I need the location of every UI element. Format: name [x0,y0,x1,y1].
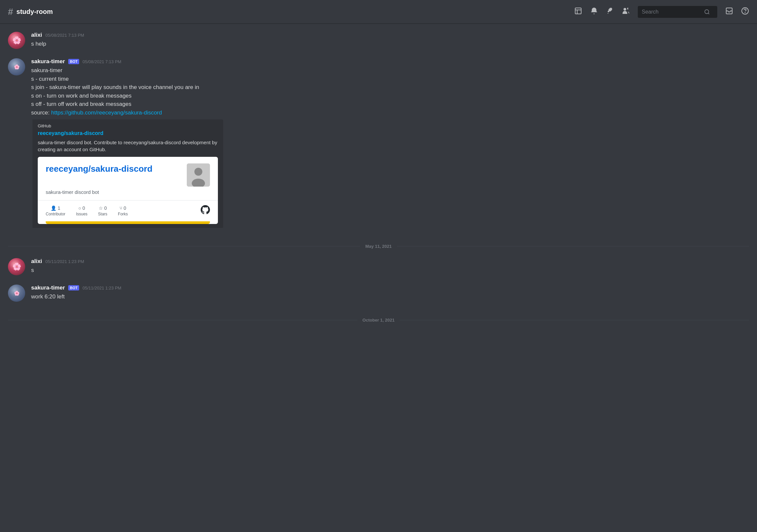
github-card-avatar [187,163,210,187]
embed-description: sakura-timer discord bot. Contribute to … [38,139,218,153]
stars-label: Stars [98,212,107,216]
hash-icon: # [8,7,13,17]
members-icon[interactable] [622,7,630,17]
username: sakura-timer [31,58,65,65]
message-group: 🌸 alixi 05/11/2021 1:23 PM s [8,257,749,277]
github-repo: sakura-discord [91,164,152,174]
forks-label: Forks [118,212,128,216]
message-text: s help [31,40,749,48]
svg-line-5 [708,13,709,14]
github-card: reeceyang/sakura-discord saku [38,157,218,224]
search-icon [704,9,710,15]
stars-stat: ☆ 0 Stars [98,205,107,216]
help-icon[interactable] [741,7,749,17]
timestamp: 05/11/2021 1:23 PM [45,259,84,264]
divider-line [400,320,749,320]
avatar: 🌸 [8,32,25,49]
message-content: sakura-timer BOT 05/08/2021 7:13 PM saku… [31,58,749,228]
source-link[interactable]: https://github.com/reeceyang/sakura-disc… [51,110,162,116]
issues-count: 0 [82,205,85,211]
message-header: alixi 05/08/2021 7:13 PM [31,32,749,38]
svg-point-4 [705,10,709,14]
stat-value: ○ 0 [78,205,85,211]
svg-rect-0 [575,8,581,14]
messages-area: 🌸 alixi 05/08/2021 7:13 PM s help 🌸 saku… [0,24,757,337]
svg-point-3 [624,8,626,11]
github-logo-icon [201,205,210,217]
message-text: sakura-timer s - current time s join - s… [31,66,749,117]
bot-badge: BOT [68,59,79,64]
divider [38,200,218,200]
divider-line [8,320,357,320]
search-bar[interactable] [638,6,717,18]
forks-icon: ⑂ [120,205,122,211]
message-group: 🌸 alixi 05/08/2021 7:13 PM s help [8,30,749,50]
channel-name: study-room [17,8,53,16]
inbox-icon[interactable] [725,7,733,17]
github-card-title-area: reeceyang/sakura-discord [46,163,152,175]
contributor-icon: 👤 [51,205,56,211]
avatar: 🌸 [8,285,25,302]
divider-line [397,246,749,246]
issues-stat: ○ 0 Issues [76,205,87,216]
threads-icon[interactable] [574,7,582,17]
username: sakura-timer [31,285,65,291]
stat-value: ⑂ 0 [120,205,126,211]
message-group: 🌸 sakura-timer BOT 05/11/2021 1:23 PM wo… [8,283,749,303]
search-input[interactable] [642,9,701,15]
avatar: 🌸 [8,58,25,75]
message-group: 🌸 sakura-timer BOT 05/08/2021 7:13 PM sa… [8,57,749,229]
date-divider: October 1, 2021 [8,318,749,323]
message-text: work 6:20 left [31,292,749,301]
channel-header: # study-room [0,0,757,24]
contributor-label: Contributor [46,212,65,216]
timestamp: 05/08/2021 7:13 PM [45,33,84,38]
message-content: alixi 05/11/2021 1:23 PM s [31,258,749,275]
avatar-image [187,163,210,187]
github-card-header: reeceyang/sakura-discord [46,163,210,187]
stat-value: 👤 1 [51,205,60,211]
github-owner: reeceyang/ [46,164,91,174]
github-stats: 👤 1 Contributor ○ 0 Issues [46,205,210,221]
username: alixi [31,258,42,265]
message-header: sakura-timer BOT 05/08/2021 7:13 PM [31,58,749,65]
message-header: alixi 05/11/2021 1:23 PM [31,258,749,265]
channel-info: # study-room [8,7,569,17]
pin-icon[interactable] [606,7,614,17]
stars-icon: ☆ [99,205,103,211]
timestamp: 05/11/2021 1:23 PM [82,286,121,290]
svg-point-8 [745,12,745,13]
message-text: s [31,266,749,275]
date-divider-text: October 1, 2021 [363,318,395,323]
bot-badge: BOT [68,285,79,290]
avatar: 🌸 [8,258,25,275]
github-card-title: reeceyang/sakura-discord [46,163,152,175]
message-content: sakura-timer BOT 05/11/2021 1:23 PM work… [31,285,749,302]
timestamp: 05/08/2021 7:13 PM [82,59,121,64]
forks-count: 0 [124,205,126,211]
embed-source: GitHub [38,123,218,128]
divider-line [8,246,360,246]
contributor-stat: 👤 1 Contributor [46,205,65,216]
github-card-subtitle: sakura-timer discord bot [46,189,210,195]
date-divider-text: May 11, 2021 [365,244,392,249]
embed-title[interactable]: reeceyang/sakura-discord [38,130,218,136]
stat-value: ☆ 0 [99,205,107,211]
issues-icon: ○ [78,205,81,211]
header-icons [574,6,749,18]
forks-stat: ⑂ 0 Forks [118,205,128,216]
message-content: alixi 05/08/2021 7:13 PM s help [31,32,749,49]
message-header: sakura-timer BOT 05/11/2021 1:23 PM [31,285,749,291]
svg-point-10 [194,168,202,176]
notifications-icon[interactable] [590,7,598,17]
embed: GitHub reeceyang/sakura-discord sakura-t… [31,119,223,228]
date-divider: May 11, 2021 [8,244,749,249]
username: alixi [31,32,42,38]
issues-label: Issues [76,212,87,216]
github-yellow-bar [46,221,210,224]
stars-count: 0 [104,205,107,211]
contributor-count: 1 [58,205,60,211]
